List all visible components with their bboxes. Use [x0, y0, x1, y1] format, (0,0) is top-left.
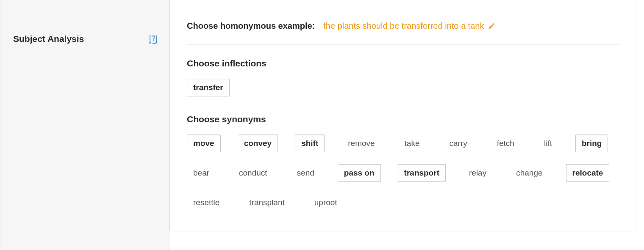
synonym-token-shift[interactable]: shift	[295, 135, 325, 152]
synonym-token-remove[interactable]: remove	[341, 135, 381, 152]
sidebar-row: Subject Analysis [?]	[0, 0, 169, 44]
synonym-token-transport[interactable]: transport	[398, 164, 446, 182]
inflection-token-transfer[interactable]: transfer	[187, 79, 230, 96]
synonym-token-bring[interactable]: bring	[575, 135, 608, 152]
synonym-token-conduct[interactable]: conduct	[233, 164, 274, 182]
pencil-icon	[488, 22, 495, 30]
inflections-heading: Choose inflections	[187, 45, 619, 79]
synonym-token-transplant[interactable]: transplant	[243, 194, 291, 212]
synonym-token-change[interactable]: change	[510, 164, 549, 182]
synonym-token-lift[interactable]: lift	[538, 135, 558, 152]
synonym-token-bear[interactable]: bear	[187, 164, 216, 182]
example-label: Choose homonymous example:	[187, 21, 315, 31]
synonym-token-convey[interactable]: convey	[238, 135, 278, 152]
synonym-token-relocate[interactable]: relocate	[566, 164, 610, 182]
help-link[interactable]: [?]	[149, 34, 158, 44]
inflections-row: transfer	[187, 79, 619, 99]
synonym-token-relay[interactable]: relay	[463, 164, 493, 182]
synonyms-row: moveconveyshiftremovetakecarryfetchliftb…	[187, 135, 619, 214]
synonyms-heading: Choose synonyms	[187, 99, 619, 135]
synonym-token-carry[interactable]: carry	[443, 135, 474, 152]
main-column: Choose homonymous example: the plants sh…	[169, 0, 644, 250]
example-text: the plants should be transferred into a …	[323, 21, 484, 31]
sidebar-title: Subject Analysis	[13, 34, 84, 44]
synonym-token-pass-on[interactable]: pass on	[338, 164, 381, 182]
synonym-token-take[interactable]: take	[398, 135, 426, 152]
layout: Subject Analysis [?] Choose homonymous e…	[0, 0, 644, 250]
panel: Choose homonymous example: the plants sh…	[169, 0, 636, 231]
synonym-token-move[interactable]: move	[187, 135, 221, 152]
example-link[interactable]: the plants should be transferred into a …	[323, 21, 495, 31]
synonym-token-fetch[interactable]: fetch	[491, 135, 521, 152]
example-row: Choose homonymous example: the plants sh…	[187, 13, 619, 45]
synonym-token-uproot[interactable]: uproot	[308, 194, 344, 212]
sidebar: Subject Analysis [?]	[0, 0, 169, 250]
synonym-token-resettle[interactable]: resettle	[187, 194, 226, 212]
synonym-token-send[interactable]: send	[291, 164, 321, 182]
panel-inner: Choose homonymous example: the plants sh…	[170, 0, 636, 214]
